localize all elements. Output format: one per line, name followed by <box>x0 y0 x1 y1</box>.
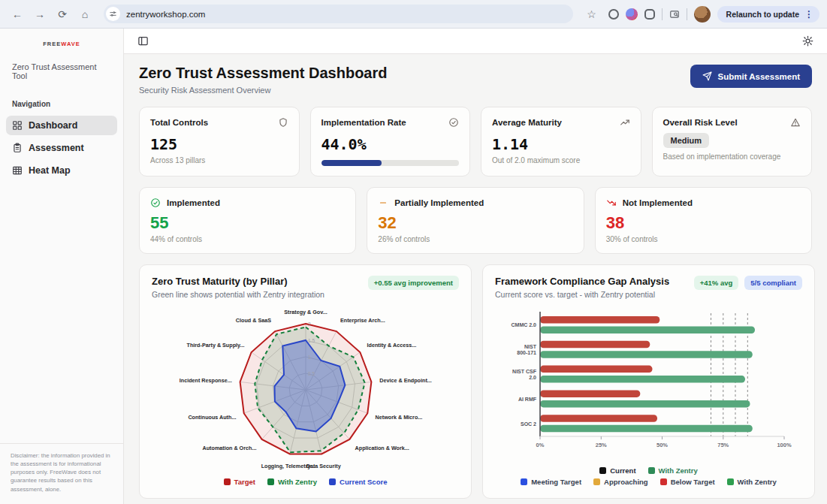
divider <box>662 8 663 20</box>
status-value: 38 <box>606 213 801 233</box>
sidebar-item-dashboard[interactable]: Dashboard <box>6 116 117 135</box>
status-label: Not Implemented <box>623 198 693 207</box>
alert-triangle-icon <box>790 117 801 128</box>
extensions-puzzle-icon[interactable] <box>644 9 655 20</box>
stat-label: Average Maturity <box>492 118 562 127</box>
bookmark-star-icon[interactable]: ☆ <box>582 5 602 24</box>
stat-label: Overall Risk Level <box>663 118 738 127</box>
legend-item: With Zentry <box>267 478 317 486</box>
compliance-bar-card: Framework Compliance Gap Analysis Curren… <box>482 264 815 499</box>
address-bar[interactable]: zentryworkshop.com <box>104 5 573 23</box>
stat-value: 1.14 <box>492 135 630 153</box>
extension-icon[interactable] <box>608 9 619 20</box>
status-label: Implemented <box>167 198 220 207</box>
stat-card-implementation-rate: Implementation Rate 44.0% <box>310 107 471 177</box>
svg-text:Incident Response...: Incident Response... <box>180 377 232 384</box>
minus-icon <box>378 198 388 208</box>
theme-sun-icon[interactable] <box>802 35 813 47</box>
profile-avatar[interactable] <box>694 6 711 23</box>
risk-level-badge: Medium <box>663 133 710 148</box>
url-text: zentryworkshop.com <box>126 10 205 19</box>
svg-text:75%: 75% <box>717 442 729 448</box>
submit-label: Submit Assessment <box>718 72 801 81</box>
divider <box>687 8 687 20</box>
stat-value: 44.0% <box>321 135 460 153</box>
status-row: Implemented 55 44% of controls Partially… <box>139 187 812 254</box>
svg-text:0.5: 0.5 <box>308 371 315 376</box>
stat-label: Implementation Rate <box>321 118 406 127</box>
svg-text:SOC 2: SOC 2 <box>521 421 536 426</box>
submit-assessment-button[interactable]: Submit Assessment <box>690 65 813 88</box>
sidebar-item-label: Heat Map <box>29 165 71 176</box>
svg-text:Strategy & Gov...: Strategy & Gov... <box>284 309 327 315</box>
status-sub: 26% of controls <box>378 235 572 243</box>
legend-item: Current Score <box>329 478 387 486</box>
compliance-bar-chart: CMMC 2.0NIST800-171NIST CSF2.0AI RMFSOC … <box>495 299 802 465</box>
legend-item: With Zentry <box>648 466 698 475</box>
main-area: Zero Trust Assessment Dashboard Security… <box>124 29 827 504</box>
stat-sub: Based on implementation coverage <box>663 152 801 161</box>
svg-text:0%: 0% <box>536 442 545 448</box>
compliant-badge: 5/5 compliant <box>744 276 802 290</box>
menu-kebab-icon[interactable]: ⋮ <box>804 10 813 19</box>
app-title: Zero Trust Assessment Tool <box>0 62 123 80</box>
bar-legend-primary: CurrentWith Zentry <box>495 466 802 475</box>
stat-card-risk-level: Overall Risk Level Medium Based on imple… <box>652 107 813 177</box>
svg-text:2: 2 <box>308 321 311 327</box>
nav-section-label: Navigation <box>0 100 123 108</box>
heatmap-table-icon <box>12 165 23 176</box>
sidebar-item-label: Dashboard <box>29 120 77 131</box>
status-card-not-implemented: Not Implemented 38 30% of controls <box>595 187 812 254</box>
page-title: Zero Trust Assessment Dashboard <box>139 65 387 82</box>
freewave-logo: FREEWAVE <box>43 41 80 47</box>
chart-title: Zero Trust Maturity (by Pillar) <box>152 276 324 287</box>
status-card-implemented: Implemented 55 44% of controls <box>139 187 356 254</box>
radar-chart: 0.511.52Strategy & Gov...Enterprise Arch… <box>152 299 459 476</box>
status-value: 55 <box>150 213 345 233</box>
stat-sub: Out of 2.0 maximum score <box>492 156 630 164</box>
svg-text:CMMC 2.0: CMMC 2.0 <box>512 322 537 327</box>
check-circle-icon <box>150 198 161 208</box>
legend-item: Target <box>224 478 255 486</box>
dashboard-content: Zero Trust Assessment Dashboard Security… <box>124 54 827 504</box>
sidebar-item-heat-map[interactable]: Heat Map <box>6 161 117 180</box>
sidebar-toggle-icon[interactable] <box>137 35 149 47</box>
charts-row: Zero Trust Maturity (by Pillar) Green li… <box>139 264 812 499</box>
forward-icon[interactable]: → <box>30 5 50 24</box>
svg-text:1: 1 <box>308 355 311 360</box>
chart-subtitle: Current score vs. target - with Zentry p… <box>495 290 669 299</box>
back-icon[interactable]: ← <box>8 5 27 24</box>
relaunch-button[interactable]: Relaunch to update ⋮ <box>717 6 819 23</box>
dashboard-grid-icon <box>12 120 23 131</box>
status-value: 32 <box>378 213 572 233</box>
home-icon[interactable]: ⌂ <box>75 5 95 24</box>
legend-item: Approaching <box>593 478 648 486</box>
side-panel-search-icon[interactable] <box>669 9 680 20</box>
svg-text:25%: 25% <box>596 442 607 448</box>
sidebar-item-assessment[interactable]: Assessment <box>6 138 117 158</box>
svg-text:1.5: 1.5 <box>308 338 315 343</box>
svg-text:Cloud & SaaS: Cloud & SaaS <box>236 317 271 324</box>
implementation-progress-fill <box>321 160 382 166</box>
svg-text:Network & Micro...: Network & Micro... <box>376 414 423 421</box>
svg-text:50%: 50% <box>656 442 668 448</box>
svg-text:NIST CSF2.0: NIST CSF2.0 <box>512 369 537 380</box>
implementation-progress <box>321 160 460 166</box>
svg-text:AI RMF: AI RMF <box>518 396 537 401</box>
browser-chrome: ← → ⟳ ⌂ zentryworkshop.com ☆ Relaunch to… <box>0 0 827 29</box>
trending-up-icon <box>620 117 630 128</box>
legend-item: Meeting Target <box>521 478 581 486</box>
svg-text:Third-Party & Supply...: Third-Party & Supply... <box>187 342 245 349</box>
site-settings-icon[interactable] <box>106 7 120 21</box>
send-icon <box>702 71 712 81</box>
legend-item: Current <box>599 466 635 475</box>
svg-text:Identity & Access...: Identity & Access... <box>367 342 417 349</box>
reload-icon[interactable]: ⟳ <box>53 5 72 24</box>
extension-icon[interactable] <box>626 8 638 20</box>
sidebar: FREEWAVE Zero Trust Assessment Tool Navi… <box>0 29 124 504</box>
maturity-radar-card: Zero Trust Maturity (by Pillar) Green li… <box>139 264 472 499</box>
stat-label: Total Controls <box>150 118 208 127</box>
page-header: Zero Trust Assessment Dashboard Security… <box>139 65 812 95</box>
status-label: Partially Implemented <box>394 198 484 207</box>
legend-item: With Zentry <box>727 478 777 486</box>
